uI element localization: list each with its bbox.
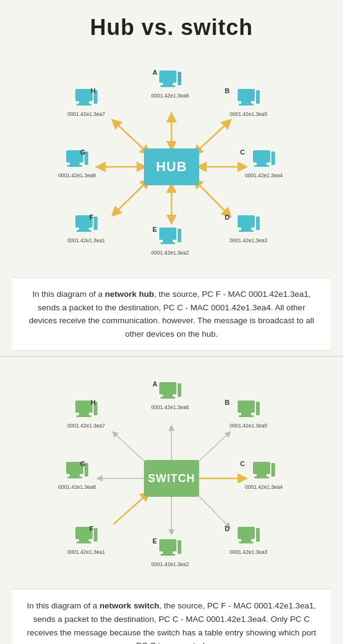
svg-rect-75	[178, 540, 181, 554]
svg-rect-79	[94, 528, 97, 542]
svg-rect-67	[271, 463, 275, 477]
svg-line-51	[195, 432, 230, 465]
svg-rect-36	[94, 217, 97, 230]
svg-rect-31	[160, 242, 175, 244]
svg-line-5	[195, 180, 230, 216]
hub-section: HUB 0001.42e1.3ea6 A 0001.42e1.3ea5 B 00…	[0, 50, 343, 351]
svg-rect-61	[241, 413, 251, 415]
svg-rect-68	[238, 527, 255, 539]
svg-rect-15	[178, 76, 181, 78]
hub-node-b: 0001.42e1.3ea5 B	[230, 88, 267, 117]
svg-rect-10	[159, 71, 176, 83]
svg-line-48	[113, 493, 148, 524]
svg-rect-35	[77, 230, 91, 232]
svg-rect-66	[254, 477, 269, 478]
switch-node-a: 0001.42e1.3ea6 A	[151, 381, 189, 410]
svg-rect-60	[238, 401, 255, 413]
svg-rect-74	[160, 554, 175, 556]
hub-center: HUB	[144, 148, 199, 185]
hub-node-c: 0001.42e1.3ea4 C	[245, 150, 282, 178]
svg-rect-82	[67, 477, 82, 478]
svg-line-55	[113, 432, 148, 465]
svg-rect-56	[159, 382, 176, 394]
switch-center: SWITCH	[144, 460, 199, 497]
switch-diagram: SWITCH 0001.42e1.3ea6 A 0001.42e1.3ea5 B…	[0, 368, 343, 589]
svg-rect-81	[70, 474, 80, 477]
svg-rect-71	[256, 528, 260, 542]
svg-rect-73	[163, 551, 173, 554]
hub-node-g: 0001.42e1.3ea8 G	[58, 150, 96, 178]
hub-diagram: HUB 0001.42e1.3ea6 A 0001.42e1.3ea5 B 00…	[0, 56, 343, 277]
svg-rect-70	[239, 542, 254, 543]
hub-node-h: 0001.42e1.3ea7 H	[67, 88, 105, 117]
svg-rect-62	[239, 415, 254, 417]
svg-rect-58	[160, 397, 175, 399]
switch-node-h: 0001.42e1.3ea7 H	[67, 400, 105, 429]
svg-rect-38	[70, 163, 80, 165]
svg-rect-21	[253, 150, 270, 163]
hub-node-a: 0001.42e1.3ea6 A	[151, 70, 189, 99]
svg-rect-12	[160, 85, 175, 87]
page-title: Hub vs. switch	[0, 0, 343, 50]
svg-rect-26	[241, 228, 251, 230]
svg-rect-57	[163, 394, 173, 397]
svg-line-3	[195, 121, 230, 153]
svg-rect-72	[159, 539, 176, 551]
svg-rect-11	[163, 83, 173, 85]
svg-rect-32	[178, 229, 181, 242]
section-divider	[0, 356, 343, 357]
svg-rect-30	[163, 240, 173, 242]
svg-rect-20	[256, 90, 260, 104]
svg-rect-65	[257, 474, 266, 477]
svg-rect-25	[238, 215, 255, 228]
svg-rect-85	[79, 413, 89, 415]
svg-rect-41	[75, 89, 92, 101]
switch-node-g: 0001.42e1.3ea8 G	[58, 461, 96, 490]
svg-line-9	[113, 121, 148, 153]
switch-node-b: 0001.42e1.3ea5 B	[230, 400, 267, 429]
svg-rect-14	[178, 73, 181, 75]
hub-description: In this diagram of a network hub, the so…	[12, 277, 331, 351]
hub-node-e: 0001.42e1.3ea2 E	[151, 227, 189, 256]
switch-node-c: 0001.42e1.3ea4 C	[245, 461, 282, 490]
svg-line-52	[195, 492, 230, 527]
svg-rect-24	[271, 151, 275, 165]
svg-rect-64	[253, 462, 270, 474]
svg-rect-27	[239, 230, 254, 232]
svg-rect-63	[256, 402, 260, 415]
svg-rect-39	[67, 165, 82, 167]
hub-node-f: 0001.42e1.3ea1 F	[67, 215, 105, 243]
svg-rect-77	[79, 539, 89, 542]
switch-node-e: 0001.42e1.3ea2 E	[151, 539, 189, 567]
svg-rect-43	[77, 104, 91, 105]
svg-rect-86	[77, 415, 91, 417]
svg-rect-19	[239, 104, 254, 105]
svg-rect-69	[241, 539, 251, 542]
svg-rect-29	[159, 228, 176, 240]
svg-rect-28	[256, 217, 260, 230]
switch-description: In this diagram of a network switch, the…	[12, 589, 331, 644]
svg-rect-18	[241, 101, 251, 104]
svg-rect-59	[178, 383, 181, 397]
switch-node-f: 0001.42e1.3ea1 F	[67, 526, 105, 555]
svg-rect-42	[79, 101, 89, 104]
svg-rect-23	[254, 165, 269, 167]
svg-rect-16	[178, 79, 181, 81]
switch-section: SWITCH 0001.42e1.3ea6 A 0001.42e1.3ea5 B…	[0, 362, 343, 644]
svg-rect-17	[238, 89, 255, 101]
svg-rect-78	[77, 542, 91, 543]
svg-rect-84	[75, 401, 92, 413]
svg-line-7	[113, 180, 148, 215]
hub-node-d: 0001.42e1.3ea3 D	[230, 215, 267, 243]
switch-node-d: 0001.42e1.3ea3 D	[230, 526, 267, 555]
svg-rect-22	[257, 163, 266, 165]
svg-rect-34	[79, 228, 89, 230]
